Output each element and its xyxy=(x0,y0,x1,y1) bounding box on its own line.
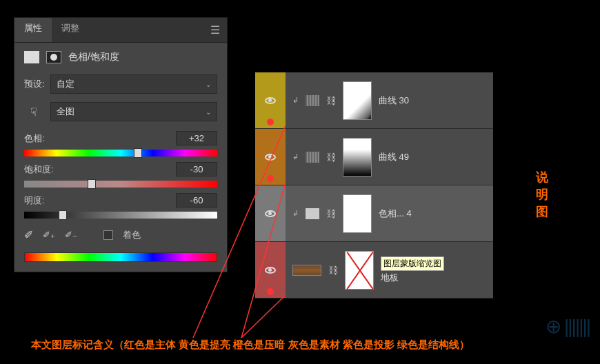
properties-panel: 属性 调整 ☰ 色相/饱和度 预设: 自定 ⌄ ☟ 全图 ⌄ 色相: 饱和度: xyxy=(14,17,228,272)
eyedropper-subtract-icon[interactable]: ✐₋ xyxy=(65,230,77,240)
layer-thumb[interactable] xyxy=(292,265,321,276)
lightness-label: 明度: xyxy=(24,194,45,207)
clip-icon: ↲ xyxy=(292,209,299,218)
hue-slider-group: 色相: xyxy=(14,128,227,159)
range-value: 全图 xyxy=(57,105,74,118)
layer-name[interactable]: 色相... 4 xyxy=(379,208,412,220)
panel-tabs: 属性 调整 ☰ xyxy=(14,18,227,43)
link-icon[interactable]: ⛓ xyxy=(326,95,336,106)
layer-name[interactable]: 曲线 30 xyxy=(379,94,409,107)
link-icon[interactable]: ⛓ xyxy=(326,152,336,163)
panel-title: 色相/饱和度 xyxy=(68,51,119,63)
layer-row[interactable]: ⛓ 图层蒙版缩览图 地板 xyxy=(255,242,493,299)
layer-name[interactable]: 地板 xyxy=(381,272,399,283)
layer-color-tag[interactable] xyxy=(255,129,286,185)
panel-header: 色相/饱和度 xyxy=(14,43,227,72)
adjustment-type-icon xyxy=(24,51,39,63)
layer-row[interactable]: ↲ ⛓ 曲线 30 xyxy=(255,72,493,129)
watermark: ⊕ ||||||| xyxy=(546,315,590,338)
tab-adjustments[interactable]: 调整 xyxy=(52,18,89,42)
layer-row[interactable]: ↲ ⛓ 色相... 4 xyxy=(255,185,493,242)
clip-icon: ↲ xyxy=(292,96,299,105)
link-icon[interactable]: ⛓ xyxy=(326,208,336,219)
eyedropper-row: ✐ ✐₊ ✐₋ 着色 xyxy=(14,221,227,248)
saturation-slider[interactable] xyxy=(24,181,217,188)
slider-handle[interactable] xyxy=(134,148,142,158)
adjustment-icon xyxy=(306,95,319,106)
preset-row: 预设: 自定 ⌄ xyxy=(14,72,227,99)
hand-tool-icon[interactable]: ☟ xyxy=(24,103,43,120)
visibility-icon[interactable] xyxy=(265,210,276,217)
svg-line-2 xyxy=(241,295,286,338)
adjustment-icon xyxy=(306,152,319,163)
visibility-icon[interactable] xyxy=(265,154,276,161)
eyedropper-icon[interactable]: ✐ xyxy=(24,228,33,241)
lightness-input[interactable] xyxy=(176,193,217,208)
annotation-dot xyxy=(267,175,274,182)
lightness-slider-group: 明度: xyxy=(14,190,227,221)
bottom-caption: 本文图层标记含义（红色是主体 黄色是提亮 橙色是压暗 灰色是素材 紫色是投影 绿… xyxy=(31,338,586,352)
preset-select[interactable]: 自定 ⌄ xyxy=(50,74,217,94)
layer-mask-thumb[interactable] xyxy=(343,138,372,176)
layer-row[interactable]: ↲ ⛓ 曲线 49 xyxy=(255,129,493,185)
preset-value: 自定 xyxy=(57,78,74,90)
layer-color-tag[interactable] xyxy=(255,242,286,298)
side-caption: 说 明 图 xyxy=(536,169,548,221)
saturation-label: 饱和度: xyxy=(24,163,54,176)
mask-tooltip: 图层蒙版缩览图 xyxy=(381,256,444,271)
layer-mask-thumb[interactable] xyxy=(343,81,372,120)
layer-mask-thumb[interactable] xyxy=(343,194,372,233)
visibility-icon[interactable] xyxy=(265,267,276,274)
hue-label: 色相: xyxy=(24,132,45,145)
layer-mask-thumb[interactable] xyxy=(345,251,374,290)
hue-slider[interactable] xyxy=(24,150,217,156)
range-row: ☟ 全图 ⌄ xyxy=(14,99,227,128)
saturation-input[interactable] xyxy=(176,162,217,176)
visibility-icon[interactable] xyxy=(265,97,276,104)
saturation-slider-group: 饱和度: xyxy=(14,159,227,190)
chevron-down-icon: ⌄ xyxy=(206,81,211,88)
colorize-label: 着色 xyxy=(123,229,141,241)
lightness-slider[interactable] xyxy=(24,212,217,219)
eyedropper-add-icon[interactable]: ✐₊ xyxy=(43,230,55,240)
adjustment-icon xyxy=(306,208,319,219)
hue-input[interactable] xyxy=(176,131,217,145)
spectrum-bar xyxy=(24,252,217,262)
layer-name[interactable]: 曲线 49 xyxy=(379,151,409,163)
annotation-dot xyxy=(267,288,274,295)
layers-panel: ↲ ⛓ 曲线 30 ↲ ⛓ 曲线 49 ↲ ⛓ 色相... 4 xyxy=(255,72,493,299)
range-select[interactable]: 全图 ⌄ xyxy=(50,102,217,121)
clip-icon: ↲ xyxy=(292,152,299,161)
layer-color-tag[interactable] xyxy=(255,185,286,241)
slider-handle[interactable] xyxy=(59,210,67,220)
preset-label: 预设: xyxy=(24,78,45,90)
chevron-down-icon: ⌄ xyxy=(206,108,211,116)
colorize-checkbox[interactable] xyxy=(103,230,113,240)
annotation-dot xyxy=(267,119,274,125)
link-icon[interactable]: ⛓ xyxy=(328,265,338,276)
slider-handle[interactable] xyxy=(88,179,96,189)
layer-color-tag[interactable] xyxy=(255,72,286,128)
mask-icon xyxy=(46,51,61,63)
tab-properties[interactable]: 属性 xyxy=(14,18,52,42)
panel-menu-icon[interactable]: ☰ xyxy=(203,18,227,42)
